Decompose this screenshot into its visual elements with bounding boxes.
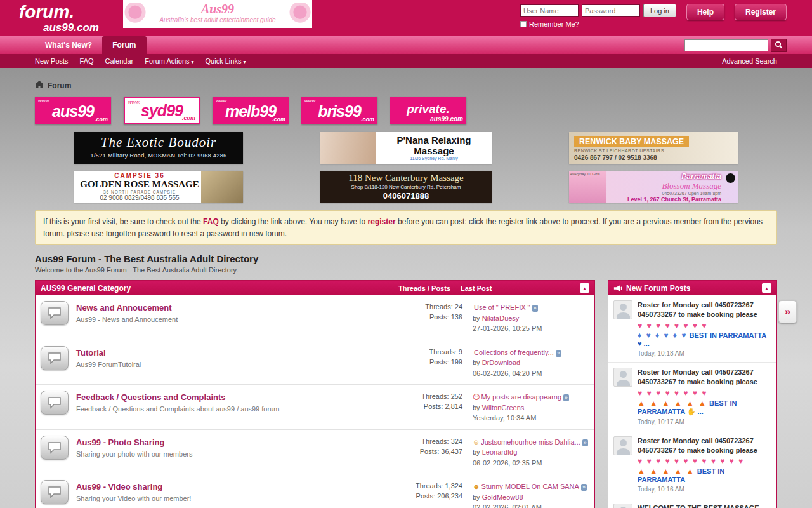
post-time: Today, 10:16 AM	[638, 486, 771, 493]
first-visit-notice: If this is your first visit, be sure to …	[35, 210, 777, 245]
last-post: ☺Justsomehourhoe miss Dahlia...» by Leon…	[462, 436, 589, 469]
last-post: Collections of frequently...» by DrDownl…	[462, 346, 589, 379]
site-banner-aus99[interactable]: www. aus99 .com	[35, 97, 111, 124]
forum-icon	[41, 436, 69, 460]
breadcrumb-forum-link[interactable]: Forum	[48, 81, 71, 90]
forum-row: Feedback / Questions and Complaints Feed…	[36, 384, 594, 429]
megaphone-icon	[613, 284, 622, 292]
forum-link[interactable]: Feedback / Questions and Complaints	[76, 392, 226, 402]
sidebar-post[interactable]: WELCOME TO THE BEST MASSAGE	[608, 498, 776, 508]
remember-me[interactable]: Remember Me?	[520, 20, 676, 28]
forum-link[interactable]: Aus99 - Video sharing	[76, 482, 162, 491]
last-post-user-link[interactable]: Leonardfdg	[482, 448, 518, 456]
header-banner-title: Aus99	[123, 2, 312, 17]
ad-photo: everyday 10 Girls	[569, 171, 606, 203]
register-button[interactable]: Register	[735, 4, 787, 20]
last-post-user-link[interactable]: GoldMeow88	[482, 493, 523, 501]
last-post-link[interactable]: My posts are disappearng	[481, 393, 561, 401]
search-icon	[775, 41, 783, 51]
forum-description: Aus99 ForumTutoiral	[76, 361, 379, 368]
ad-blossom-massage[interactable]: everyday 10 Girls Parramatta Blossom Mas…	[569, 171, 738, 203]
emoji-accent: ♦ ♥ ♦ ♥ ♦ ♥	[638, 331, 687, 340]
go-to-last-post-icon[interactable]: »	[532, 305, 538, 312]
password-input[interactable]	[582, 4, 640, 17]
last-post-link[interactable]: Collections of frequently...	[474, 349, 554, 356]
ad-photo	[201, 171, 243, 203]
search-button[interactable]	[771, 39, 787, 52]
ad-renwick-baby-massage[interactable]: RENWICK BABY MASSAGE RENWICK ST LEICHHAR…	[569, 132, 738, 164]
avatar	[613, 504, 632, 508]
last-post-user-link[interactable]: WiltonGreens	[482, 404, 525, 411]
ad-pnana-massage[interactable]: P'Nana Relaxing Massage 11/36 Sydney Rd.…	[320, 132, 492, 164]
go-to-last-post-icon[interactable]: »	[581, 484, 587, 491]
ad-exotic-boudoir[interactable]: The Exotic Boudoir 1/521 Military Road, …	[74, 132, 243, 164]
home-icon[interactable]	[35, 81, 44, 90]
site-banner-private-aus99[interactable]: private. aus99.com	[390, 97, 466, 124]
chevron-down-icon: ▾	[243, 59, 246, 65]
last-post-user-link[interactable]: DrDownload	[482, 359, 521, 366]
logo-line2: aus99.com	[43, 22, 119, 33]
thread-emoji-icon: ☺	[473, 438, 480, 446]
sidebar-post[interactable]: Roster for Monday call 0450723267 045073…	[608, 295, 776, 363]
site-logo[interactable]: forum. aus99.com	[19, 3, 119, 33]
site-banner-syd99[interactable]: www. syd99 .com	[124, 97, 200, 124]
collapse-sidebar-button[interactable]: ▴	[762, 283, 771, 293]
nav-new-posts[interactable]: New Posts	[35, 57, 69, 65]
header-banner-ad[interactable]: Aus99 Australia's best adult entertainme…	[123, 0, 312, 28]
forum-link[interactable]: Tutorial	[76, 348, 106, 358]
post-time: Today, 10:17 AM	[638, 418, 771, 425]
sidebar-post[interactable]: Roster for Monday call 0450723267 045073…	[608, 363, 776, 431]
nav-forum-actions[interactable]: Forum Actions▾	[145, 57, 193, 65]
search-input[interactable]	[684, 39, 768, 51]
last-post-link[interactable]: Stunny MODEL On CAM SANA	[481, 483, 579, 490]
column-threads-posts: Threads / Posts	[371, 284, 450, 292]
tab-forum[interactable]: Forum	[102, 36, 146, 54]
last-post-date: 06-02-2026, 04:20 PM	[473, 368, 589, 379]
last-post-date: 02-02-2026, 02:01 AM	[473, 502, 589, 508]
last-post: Use of " PREFIX "» by NikitaDuesy 27-01-…	[462, 301, 589, 334]
last-post-link[interactable]: Use of " PREFIX "	[474, 304, 530, 311]
page-title: Aus99 Forum - The Best Australia Adult D…	[35, 253, 777, 264]
forum-link[interactable]: News and Annoucement	[76, 303, 171, 312]
register-link[interactable]: register	[368, 217, 396, 226]
help-button[interactable]: Help	[686, 4, 724, 20]
forum-link[interactable]: Aus99 - Photo Sharing	[76, 438, 164, 447]
nav-quick-links[interactable]: Quick Links▾	[206, 57, 246, 65]
sidebar-expand-button[interactable]: »	[778, 300, 797, 323]
nav-calendar[interactable]: Calendar	[105, 57, 134, 65]
site-banner-melb99[interactable]: www. melb99 .com	[213, 97, 289, 124]
tab-bar: What's New? Forum	[0, 36, 812, 54]
last-post: ☻Stunny MODEL On CAM SANA» by GoldMeow88…	[462, 480, 589, 508]
page-subtitle: Welcome to the Aus99 Forum - The Best Au…	[35, 266, 777, 274]
login-button[interactable]: Log in	[643, 4, 676, 17]
post-time: Today, 10:18 AM	[638, 350, 771, 357]
remember-label: Remember Me?	[529, 20, 579, 28]
forum-description: Aus99 - News and Annoucement	[76, 316, 379, 323]
last-post-user-link[interactable]: NikitaDuesy	[482, 314, 520, 322]
faq-link[interactable]: FAQ	[203, 217, 219, 226]
go-to-last-post-icon[interactable]: »	[582, 439, 588, 446]
last-post-date: 06-02-2026, 02:35 PM	[473, 458, 589, 469]
column-last-post: Last Post	[450, 284, 577, 292]
forum-icon	[41, 391, 69, 415]
last-post-date: Yesterday, 10:34 AM	[473, 413, 589, 424]
sidebar-post[interactable]: Roster for Monday call 0450723267 045073…	[608, 431, 776, 498]
username-input[interactable]	[520, 4, 579, 17]
header: forum. aus99.com Aus99 Australia's best …	[0, 0, 812, 36]
ad-golden-rose-massage[interactable]: CAMPSIE 36 GOLDEN ROSE MASSAGE 36 NORTH …	[74, 171, 243, 203]
go-to-last-post-icon[interactable]: »	[556, 350, 561, 357]
forum-icon	[41, 301, 69, 325]
site-banner-bris99[interactable]: www. bris99 .com	[301, 97, 377, 124]
nav-faq[interactable]: FAQ	[80, 57, 94, 65]
forum-row: News and Annoucement Aus99 - News and An…	[36, 295, 594, 340]
emoji-hearts: ♥ ♥ ♥ ♥ ♥ ♥ ♥ ♥	[638, 321, 771, 331]
tab-whats-new[interactable]: What's New?	[35, 36, 102, 54]
forum-row: Aus99 - Video sharing Sharing your Video…	[36, 474, 594, 508]
last-post-link[interactable]: Justsomehourhoe miss Dahlia...	[481, 438, 580, 446]
nav-advanced-search[interactable]: Advanced Search	[722, 57, 777, 65]
remember-checkbox[interactable]	[520, 21, 527, 27]
ad-118-canterbury-massage[interactable]: 118 New Canterbury Massage Shop B/118-12…	[320, 171, 492, 203]
category-aus99-general: AUS99 General Category Threads / Posts L…	[35, 280, 595, 508]
collapse-category-button[interactable]: ▴	[580, 283, 589, 293]
go-to-last-post-icon[interactable]: »	[563, 394, 569, 401]
